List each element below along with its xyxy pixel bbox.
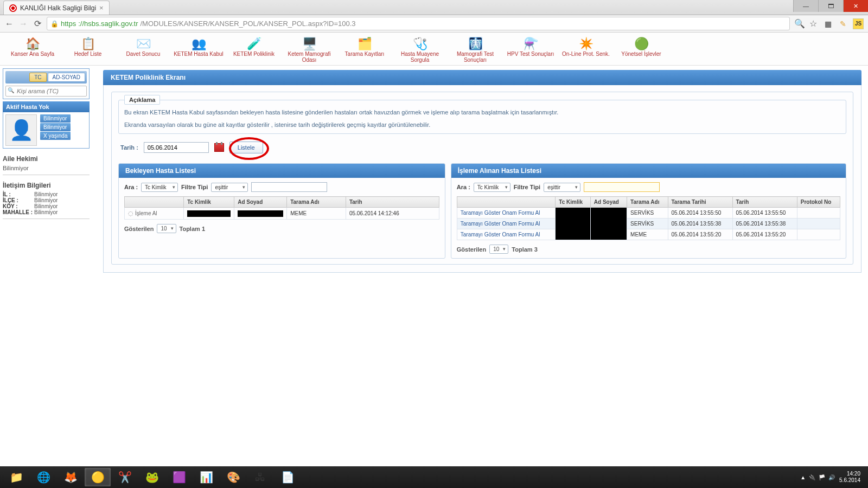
taskbar-app-icon[interactable]: 📊 [193,468,219,486]
taskbar: 📁🌐🦊🟡✂️🐸🟪📊🎨🖧📄 ▲🔌🏳️🔊 14:20 5.6.2014 [0,466,868,488]
content-area: KETEM Poliklinik Ekranı Açıklama Bu ekra… [92,66,868,479]
tab-close-icon[interactable]: × [99,4,104,12]
gosterilen-label: Gösterilen [457,246,486,253]
tab-title: KANLIĞI Halk Sagligi Bilgi [20,4,96,12]
sidebar-tab-adsoyad[interactable]: AD-SOYAD [48,73,86,82]
tarama-goster-link[interactable]: Taramayı Göster Onam Formu Al [461,210,540,216]
col-header[interactable]: Protokol No [797,197,840,208]
toplam-label: Toplam 1 [180,226,205,232]
taskbar-app-icon[interactable]: 🟪 [166,468,192,486]
window-close[interactable]: ✕ [843,0,868,12]
taskbar-app-icon[interactable]: 🐸 [139,468,165,486]
toolbar-item[interactable]: 🖥️Ketem Mamografi Odası [282,36,336,64]
page-size-combo[interactable]: 10 [157,224,176,233]
toolbar-icon: ⚗️ [505,37,557,51]
col-header[interactable]: Ad Soyad [234,197,287,208]
browser-tab-strip: KANLIĞI Halk Sagligi Bilgi × — 🗖 ✕ [0,0,868,15]
page-size-combo[interactable]: 10 [489,245,508,254]
toolbar-item[interactable]: 🧪KETEM Poliklinik [227,36,281,64]
tray-icon[interactable]: 🔊 [828,474,835,480]
toolbar-label: On-Line Prot. Senk. [560,51,612,57]
taskbar-app-icon[interactable]: 📄 [275,468,301,486]
col-header[interactable]: Tarama Tarihi [668,197,732,208]
search-input[interactable] [5,86,87,97]
listele-button[interactable]: Listele [229,142,263,153]
col-header[interactable]: Tarama Adı [287,197,346,208]
col-header[interactable]: Tarih [732,197,797,208]
iletisim-header: İletişim Bilgileri [3,182,90,189]
table-row: Taramayı Göster Onam Formu Al SERVİKS 05… [457,208,840,219]
toolbar-label: KETEM Poliklinik [228,51,280,57]
toolbar-item[interactable]: ✴️On-Line Prot. Senk. [559,36,613,64]
toolbar-item[interactable]: 🩺Hasta Muayene Sorgula [393,36,447,64]
toolbar-item[interactable]: 🟢Yönetsel İşlevler [614,36,668,64]
divider [3,219,90,219]
browser-tab[interactable]: KANLIĞI Halk Sagligi Bilgi × [3,1,110,15]
window-minimize[interactable]: — [793,0,818,12]
toolbar-label: Ketem Mamografi Odası [283,51,335,63]
taskbar-app-icon[interactable]: 🖧 [247,468,273,486]
tray-icon[interactable]: 🔌 [809,474,815,480]
ext-js-icon[interactable]: JS [853,18,864,29]
col-header[interactable]: Tarih [346,197,439,208]
star-icon[interactable]: ☆ [808,18,818,29]
toolbar-icon: 🖥️ [283,37,335,51]
forward-icon[interactable]: → [18,19,28,29]
tray-icon[interactable]: 🏳️ [819,474,825,480]
url-field[interactable]: 🔒 https://hsbs.saglik.gov.tr/MODULES/KAN… [47,17,790,30]
taskbar-app-icon[interactable]: 🟡 [85,468,111,486]
toolbar-item[interactable]: 🗂️Tarama Kayıtları [337,36,392,64]
ad-cell [590,208,627,240]
taskbar-app-icon[interactable]: 🎨 [220,468,246,486]
search-icon[interactable]: 🔍 [794,18,804,29]
bekleyen-panel: Bekleyen Hasta Listesi Ara : Tc Kimlik F… [118,163,445,259]
ext-dashboard-icon[interactable]: ▦ [822,18,833,29]
ara-combo[interactable]: Tc Kimlik [141,183,178,192]
taskbar-app-icon[interactable]: 🦊 [58,468,84,486]
tarama-goster-link[interactable]: Taramayı Göster Onam Formu Al [461,232,540,237]
toolbar-icon: ✴️ [560,37,612,51]
window-maximize[interactable]: 🗖 [818,0,843,12]
patient-tag: X yaşında [40,132,71,140]
url-path: /MODULES/KANSER/KANSER_POL/KANSER_POL.as… [141,20,356,28]
ara-label: Ara : [457,184,470,190]
filtre-combo[interactable]: eşittir [544,183,580,192]
tarih-input[interactable] [144,142,209,153]
taskbar-app-icon[interactable]: ✂️ [112,468,138,486]
col-header[interactable]: Tc Kimlik [184,197,234,208]
ext-pencil-icon[interactable]: ✎ [838,18,848,29]
toolbar-item[interactable]: 🏠Kanser Ana Sayfa [5,36,60,64]
filtre-combo[interactable]: eşittir [211,183,248,192]
table-row: Taramayı Göster Onam Formu Al MEME 05.06… [457,229,840,240]
ara-combo[interactable]: Tc Kimlik [474,183,510,192]
contact-row: MAHALLE :Bilinmiyor [3,209,90,215]
toolbar-label: HPV Test Sonuçları [505,51,557,57]
tray-icon[interactable]: ▲ [800,474,806,480]
calendar-icon[interactable] [214,143,224,152]
filtre-label: Filtre Tipi [514,184,540,190]
col-header[interactable]: Ad Soyad [590,197,627,208]
tarama-goster-link[interactable]: Taramayı Göster Onam Formu Al [461,221,540,227]
col-header[interactable]: Tarama Adı [627,197,668,208]
toolbar-item[interactable]: 👥KETEM Hasta Kabul [171,36,226,64]
toolbar-icon: 🩺 [394,37,446,51]
toolbar-icon: 🟢 [615,37,667,51]
isleme-al-link[interactable]: İşleme Al [128,210,180,217]
sidebar-tab-tc[interactable]: TC [29,73,46,82]
filter-input[interactable] [584,182,660,192]
taskbar-app-icon[interactable]: 📁 [3,468,29,486]
back-icon[interactable]: ← [4,19,14,29]
tc-cell [556,208,590,240]
filter-input[interactable] [251,182,327,192]
col-header[interactable]: Tc Kimlik [556,197,590,208]
reload-icon[interactable]: ⟳ [33,18,42,29]
isleme-table: Tc KimlikAd SoyadTarama AdıTarama Tarihi… [457,196,840,240]
taskbar-app-icon[interactable]: 🌐 [30,468,56,486]
toolbar-item[interactable]: ⚗️HPV Test Sonuçları [503,36,558,64]
active-patient-header: Aktif Hasta Yok [3,101,90,112]
toolbar-item[interactable]: 📋Hedef Liste [61,36,115,64]
col-header[interactable] [125,197,184,208]
toolbar-item[interactable]: 🩻Mamografi Test Sonuçları [448,36,502,64]
col-header[interactable] [457,197,556,208]
toolbar-item[interactable]: ✉️Davet Sonucu [116,36,170,64]
